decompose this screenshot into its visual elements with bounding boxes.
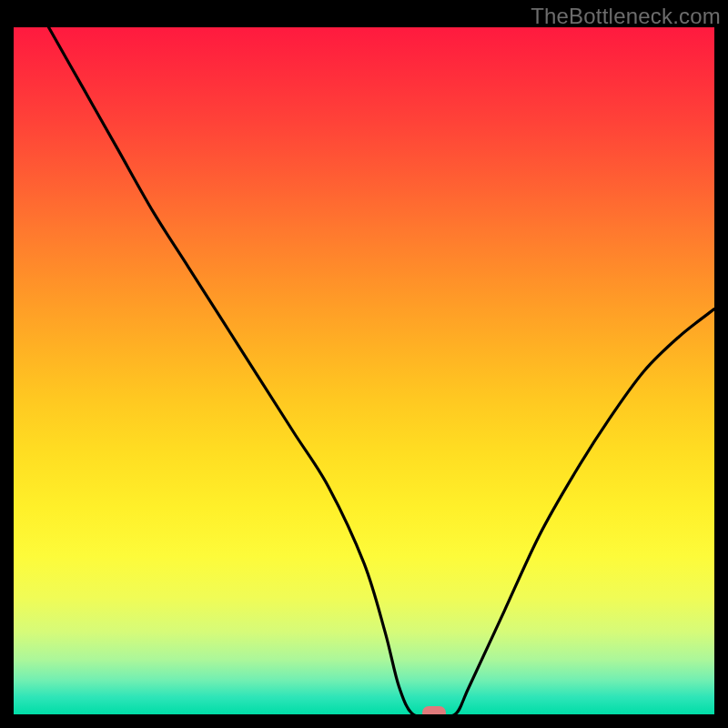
optimum-marker — [422, 706, 446, 714]
chart-frame: TheBottleneck.com — [0, 0, 728, 728]
bottleneck-curve — [14, 27, 714, 714]
curve-path — [49, 27, 715, 714]
watermark-text: TheBottleneck.com — [531, 4, 721, 29]
plot-area — [14, 27, 714, 714]
